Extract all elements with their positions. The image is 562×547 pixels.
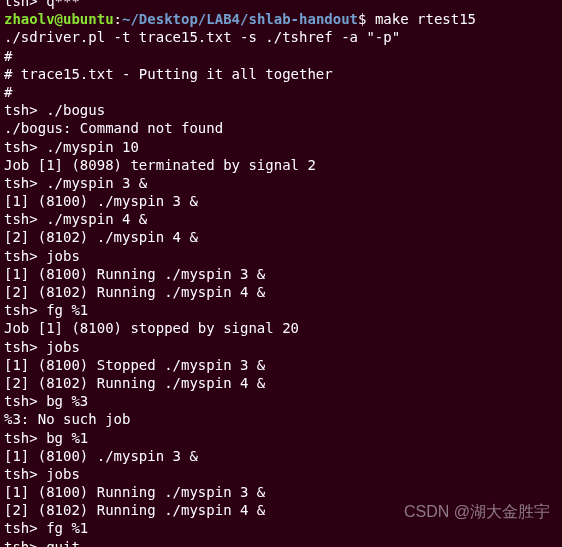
output-line: [2] (8102) Running ./myspin 4 &	[4, 374, 558, 392]
output-line: tsh> ./bogus	[4, 101, 558, 119]
output-line: tsh> quit	[4, 538, 558, 547]
output-line: tsh> jobs	[4, 465, 558, 483]
prompt-colon: :	[114, 11, 122, 27]
output-line: [2] (8102) ./myspin 4 &	[4, 228, 558, 246]
output-line: # trace15.txt - Putting it all together	[4, 65, 558, 83]
output-line: Job [1] (8100) stopped by signal 20	[4, 319, 558, 337]
output-line: [1] (8100) Running ./myspin 3 &	[4, 265, 558, 283]
prompt-path: ~/Desktop/LAB4/shlab-handout	[122, 11, 358, 27]
output-line: #	[4, 47, 558, 65]
command-text: make rtest15	[375, 11, 476, 27]
output-line: %3: No such job	[4, 410, 558, 428]
prompt-user: zhaolv@ubuntu	[4, 11, 114, 27]
output-line: tsh> ./myspin 3 &	[4, 174, 558, 192]
output-line: tsh> jobs	[4, 338, 558, 356]
output-line: tsh> bg %1	[4, 429, 558, 447]
output-line: tsh> ./myspin 10	[4, 138, 558, 156]
prompt-dollar: $	[358, 11, 375, 27]
partial-line: tsh> q***	[4, 0, 558, 10]
output-line: Job [1] (8098) terminated by signal 2	[4, 156, 558, 174]
shell-prompt-line: zhaolv@ubuntu:~/Desktop/LAB4/shlab-hando…	[4, 10, 558, 28]
output-line: [1] (8100) ./myspin 3 &	[4, 447, 558, 465]
output-line: tsh> ./myspin 4 &	[4, 210, 558, 228]
output-line: tsh> jobs	[4, 247, 558, 265]
output-line: [1] (8100) ./myspin 3 &	[4, 192, 558, 210]
output-line: ./bogus: Command not found	[4, 119, 558, 137]
output-line: ./sdriver.pl -t trace15.txt -s ./tshref …	[4, 28, 558, 46]
output-line: [1] (8100) Stopped ./myspin 3 &	[4, 356, 558, 374]
output-line: tsh> fg %1	[4, 519, 558, 537]
output-line: [2] (8102) Running ./myspin 4 &	[4, 501, 558, 519]
output-line: #	[4, 83, 558, 101]
output-line: [1] (8100) Running ./myspin 3 &	[4, 483, 558, 501]
terminal-output: tsh> q*** zhaolv@ubuntu:~/Desktop/LAB4/s…	[4, 0, 558, 547]
output-line: [2] (8102) Running ./myspin 4 &	[4, 283, 558, 301]
output-line: tsh> bg %3	[4, 392, 558, 410]
output-line: tsh> fg %1	[4, 301, 558, 319]
